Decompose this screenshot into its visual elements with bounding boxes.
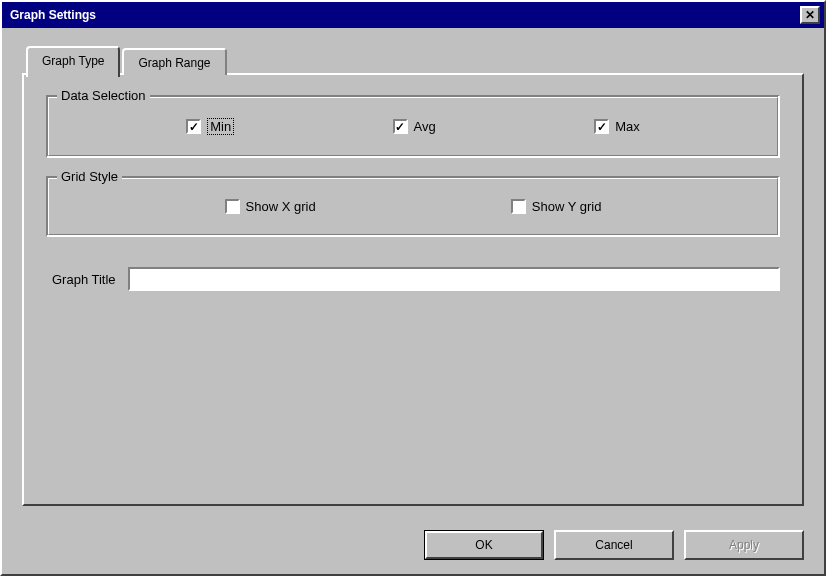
- checkbox-label: Avg: [414, 119, 436, 134]
- checkbox-show-y-grid[interactable]: Show Y grid: [511, 199, 602, 214]
- checkbox-label: Max: [615, 119, 640, 134]
- checkbox-max[interactable]: Max: [594, 119, 640, 134]
- groupbox-data-selection: Data Selection Min Avg Max: [46, 95, 780, 158]
- checkbox-show-x-grid[interactable]: Show X grid: [225, 199, 316, 214]
- graph-title-input[interactable]: [128, 267, 780, 291]
- tab-panel-graph-type: Data Selection Min Avg Max: [22, 73, 804, 506]
- graph-title-label: Graph Title: [52, 272, 116, 287]
- cancel-button[interactable]: Cancel: [554, 530, 674, 560]
- graph-settings-window: Graph Settings ✕ Graph Type Graph Range …: [0, 0, 826, 576]
- dialog-body: Graph Type Graph Range Data Selection Mi…: [2, 28, 824, 518]
- tab-graph-range[interactable]: Graph Range: [122, 48, 226, 75]
- grid-style-row: Show X grid Show Y grid: [67, 195, 759, 218]
- graph-title-row: Graph Title: [46, 267, 780, 291]
- groupbox-grid-style: Grid Style Show X grid Show Y grid: [46, 176, 780, 237]
- data-selection-row: Min Avg Max: [67, 114, 759, 139]
- tab-strip: Graph Type Graph Range: [22, 46, 804, 75]
- window-title: Graph Settings: [10, 8, 96, 22]
- tab-label: Graph Type: [42, 54, 104, 68]
- checkbox-avg[interactable]: Avg: [393, 119, 436, 134]
- button-label: Cancel: [595, 538, 632, 552]
- button-label: Apply: [729, 538, 759, 552]
- checkbox-icon: [511, 199, 526, 214]
- titlebar: Graph Settings ✕: [2, 2, 824, 28]
- group-legend: Grid Style: [57, 169, 122, 184]
- checkbox-label: Min: [207, 118, 234, 135]
- checkbox-label: Show X grid: [246, 199, 316, 214]
- checkbox-icon: [186, 119, 201, 134]
- checkbox-icon: [225, 199, 240, 214]
- close-icon: ✕: [805, 8, 815, 22]
- tab-graph-type[interactable]: Graph Type: [26, 46, 120, 77]
- dialog-button-row: OK Cancel Apply: [2, 518, 824, 574]
- tab-label: Graph Range: [138, 56, 210, 70]
- button-label: OK: [475, 538, 492, 552]
- group-legend: Data Selection: [57, 88, 150, 103]
- checkbox-icon: [594, 119, 609, 134]
- close-button[interactable]: ✕: [800, 6, 820, 24]
- ok-button[interactable]: OK: [424, 530, 544, 560]
- checkbox-min[interactable]: Min: [186, 118, 234, 135]
- checkbox-icon: [393, 119, 408, 134]
- checkbox-label: Show Y grid: [532, 199, 602, 214]
- apply-button[interactable]: Apply: [684, 530, 804, 560]
